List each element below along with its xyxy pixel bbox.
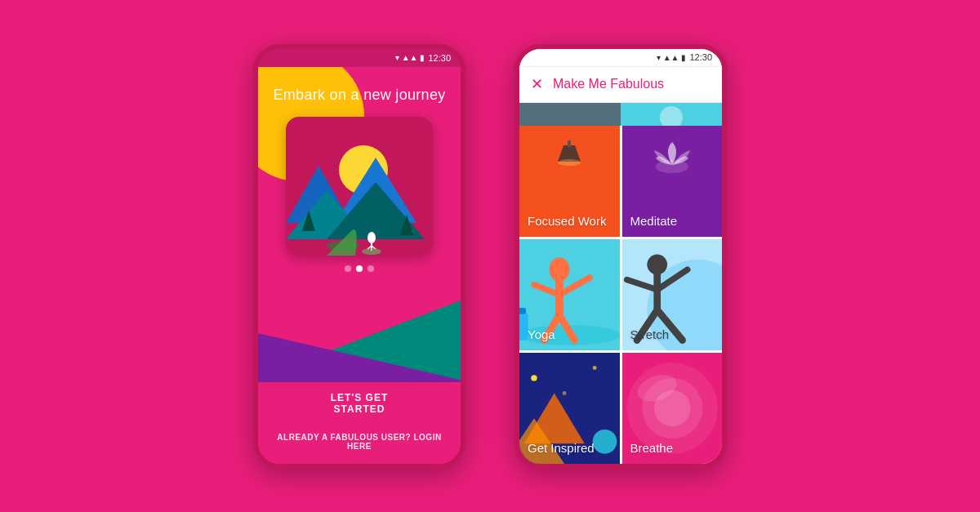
get-started-button[interactable]: LET'S GET STARTED <box>278 382 441 425</box>
svg-point-38 <box>593 366 597 370</box>
phone-onboarding: ▾ ▲▲ ▮ 12:30 Embark on a new journey <box>253 44 466 469</box>
activities-header: ✕ Make Me Fabulous <box>519 67 722 103</box>
svg-rect-26 <box>519 312 528 341</box>
signal-icon: ▲▲ <box>402 53 418 62</box>
purple-triangle-decoration <box>258 333 461 382</box>
battery-icon-2: ▮ <box>681 53 686 62</box>
activity-get-inspired[interactable]: Get Inspired <box>519 353 620 464</box>
signal-icon-2: ▲▲ <box>663 53 679 62</box>
activity-breathe[interactable]: Breathe <box>622 353 723 464</box>
activity-stretch[interactable]: Stretch <box>622 239 723 350</box>
svg-point-42 <box>593 429 617 453</box>
svg-rect-27 <box>519 308 526 314</box>
activity-meditate[interactable]: Meditate <box>622 126 723 237</box>
partial-top-row <box>519 103 722 126</box>
status-time-1: 12:30 <box>428 53 451 63</box>
login-link[interactable]: ALREADY A FABULOUS USER? LOGIN HERE <box>274 433 444 451</box>
status-bar-1: ▾ ▲▲ ▮ 12:30 <box>258 49 461 67</box>
stretch-label: Stretch <box>630 327 670 342</box>
status-bar-2: ▾ ▲▲ ▮ 12:30 <box>519 49 722 67</box>
wifi-icon: ▾ <box>395 53 399 62</box>
focused-work-label: Focused Work <box>528 214 606 229</box>
dot-3 <box>368 265 374 272</box>
svg-point-37 <box>531 375 537 381</box>
status-time-2: 12:30 <box>689 52 712 62</box>
svg-point-9 <box>368 232 376 243</box>
svg-rect-15 <box>568 140 571 147</box>
battery-icon: ▮ <box>420 53 425 62</box>
activities-title: Make Me Fabulous <box>553 77 664 91</box>
svg-point-16 <box>558 159 581 166</box>
phone1-main: Embark on a new journey <box>258 67 461 382</box>
embark-heading: Embark on a new journey <box>273 87 445 104</box>
phone1-bottom-actions: LET'S GET STARTED ALREADY A FABULOUS USE… <box>258 382 461 464</box>
phone-activities: ▾ ▲▲ ▮ 12:30 ✕ Make Me Fabulous Focused … <box>514 44 727 469</box>
activities-grid: Focused Work Meditate <box>519 126 722 464</box>
activity-yoga[interactable]: Yoga <box>519 239 620 350</box>
journey-illustration <box>286 117 433 256</box>
svg-point-13 <box>362 248 381 255</box>
dot-1 <box>345 265 351 272</box>
close-button[interactable]: ✕ <box>531 77 543 91</box>
meditate-label: Meditate <box>630 214 678 229</box>
breathe-label: Breathe <box>630 441 674 456</box>
wifi-icon-2: ▾ <box>657 53 661 62</box>
carousel-dots <box>345 265 374 272</box>
partial-cell-1 <box>519 103 621 126</box>
activity-focused-work[interactable]: Focused Work <box>519 126 620 237</box>
get-inspired-label: Get Inspired <box>528 441 595 456</box>
yoga-label: Yoga <box>528 327 555 342</box>
partial-cell-2 <box>621 103 722 126</box>
svg-point-39 <box>563 390 567 394</box>
dot-2 <box>356 265 363 272</box>
